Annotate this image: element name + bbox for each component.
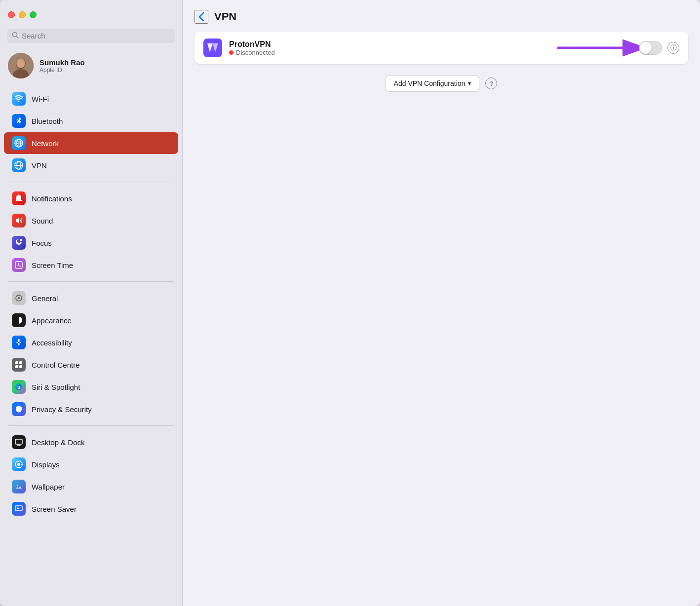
- sidebar-item-general[interactable]: General: [4, 287, 178, 309]
- toggle-track: [639, 41, 662, 55]
- svg-point-6: [17, 59, 25, 68]
- titlebar: [0, 0, 182, 26]
- traffic-lights: [8, 11, 37, 18]
- bluetooth-icon: [12, 114, 26, 128]
- sidebar-item-label: Appearance: [32, 316, 72, 325]
- general-icon: [12, 291, 26, 305]
- vpn-info-button[interactable]: ⓘ: [667, 42, 679, 54]
- screensaver-icon: [12, 502, 26, 516]
- sidebar-item-label: VPN: [32, 161, 47, 170]
- user-info: Sumukh Rao Apple ID: [39, 58, 85, 74]
- privacy-icon: [12, 402, 26, 416]
- sidebar: Sumukh Rao Apple ID Wi-Fi: [0, 0, 183, 606]
- sidebar-item-network[interactable]: Network: [4, 132, 178, 154]
- main-content: VPN ProtonVPN Disconn: [183, 0, 700, 606]
- svg-point-30: [17, 463, 20, 466]
- wifi-icon: [12, 92, 26, 106]
- svg-rect-20: [15, 361, 18, 364]
- divider-2: [8, 281, 174, 282]
- sidebar-item-label: Privacy & Security: [32, 405, 92, 414]
- page-title: VPN: [214, 10, 236, 23]
- sidebar-item-label: Network: [32, 139, 59, 148]
- sidebar-item-desktop[interactable]: Desktop & Dock: [4, 431, 178, 453]
- avatar: [8, 53, 34, 78]
- svg-text:S: S: [17, 385, 20, 390]
- vpn-info: ProtonVPN Disconnected: [229, 40, 451, 56]
- divider-3: [8, 425, 174, 426]
- user-subtitle: Apple ID: [39, 67, 85, 74]
- back-button[interactable]: [194, 10, 208, 24]
- sidebar-item-label: Screen Time: [32, 261, 73, 269]
- svg-line-1: [17, 37, 19, 38]
- sidebar-item-wifi[interactable]: Wi-Fi: [4, 88, 178, 110]
- display-section: Desktop & Dock Displays: [0, 429, 182, 522]
- sidebar-item-label: Wallpaper: [32, 483, 65, 491]
- sidebar-item-privacy[interactable]: Privacy & Security: [4, 398, 178, 420]
- vpn-name: ProtonVPN: [229, 40, 451, 49]
- user-name: Sumukh Rao: [39, 58, 85, 67]
- controlcentre-icon: [12, 358, 26, 372]
- search-icon: [12, 32, 19, 40]
- sidebar-item-controlcentre[interactable]: Control Centre: [4, 354, 178, 376]
- svg-point-19: [18, 339, 20, 341]
- sidebar-item-label: Bluetooth: [32, 117, 63, 125]
- sidebar-item-label: General: [32, 294, 58, 303]
- screentime-icon: [12, 258, 26, 272]
- sidebar-item-label: Notifications: [32, 194, 72, 203]
- sound-icon: [12, 214, 26, 227]
- add-vpn-row: Add VPN Configuration ▾ ?: [183, 75, 700, 92]
- svg-rect-28: [17, 446, 21, 446]
- sidebar-item-label: Screen Saver: [32, 505, 77, 513]
- avatar-image: [8, 53, 34, 78]
- sidebar-item-siri[interactable]: S Siri & Spotlight: [4, 376, 178, 398]
- vpn-card: ProtonVPN Disconnected: [194, 32, 688, 64]
- minimize-button[interactable]: [19, 11, 26, 18]
- sidebar-item-label: Focus: [32, 239, 52, 247]
- sidebar-item-vpn[interactable]: VPN: [4, 154, 178, 176]
- sidebar-item-appearance[interactable]: Appearance: [4, 309, 178, 331]
- help-button[interactable]: ?: [485, 77, 497, 89]
- main-header: VPN: [183, 0, 700, 32]
- vpn-toggle[interactable]: [639, 41, 662, 55]
- divider-1: [8, 182, 174, 182]
- sidebar-item-sound[interactable]: Sound: [4, 210, 178, 231]
- siri-icon: S: [12, 380, 26, 394]
- svg-point-36: [17, 485, 18, 487]
- sidebar-item-notifications[interactable]: Notifications: [4, 188, 178, 209]
- network-icon: [12, 136, 26, 150]
- svg-rect-23: [19, 365, 22, 368]
- sidebar-item-focus[interactable]: Focus: [4, 232, 178, 254]
- search-input[interactable]: [22, 32, 170, 40]
- displays-icon: [12, 457, 26, 471]
- notifications-icon: [12, 191, 26, 205]
- sidebar-item-accessibility[interactable]: Accessibility: [4, 332, 178, 353]
- dropdown-arrow-icon: ▾: [468, 80, 471, 87]
- svg-point-17: [18, 297, 20, 299]
- sidebar-item-bluetooth[interactable]: Bluetooth: [4, 110, 178, 132]
- sidebar-item-label: Wi-Fi: [32, 95, 49, 103]
- accessibility-icon: [12, 336, 26, 349]
- user-profile[interactable]: Sumukh Rao Apple ID: [0, 48, 182, 85]
- sidebar-item-label: Control Centre: [32, 361, 80, 369]
- svg-rect-26: [15, 439, 22, 444]
- sidebar-item-wallpaper[interactable]: Wallpaper: [4, 476, 178, 497]
- search-bar[interactable]: [7, 29, 175, 43]
- status-dot-disconnected: [229, 50, 233, 55]
- sidebar-item-screensaver[interactable]: Screen Saver: [4, 498, 178, 520]
- wallpaper-icon: [12, 480, 26, 493]
- maximize-button[interactable]: [30, 11, 37, 18]
- svg-point-35: [15, 483, 22, 490]
- sidebar-item-label: Accessibility: [32, 339, 72, 347]
- vpn-controls: ⓘ: [458, 41, 679, 55]
- network-section: Wi-Fi Bluetooth: [0, 85, 182, 179]
- close-button[interactable]: [8, 11, 15, 18]
- preferences-section: General Appearance Acc: [0, 285, 182, 422]
- sidebar-item-screentime[interactable]: Screen Time: [4, 254, 178, 276]
- svg-rect-22: [15, 365, 18, 368]
- sidebar-item-label: Displays: [32, 460, 60, 469]
- sidebar-item-displays[interactable]: Displays: [4, 454, 178, 475]
- toggle-thumb: [640, 42, 652, 54]
- desktop-icon: [12, 435, 26, 449]
- add-vpn-button[interactable]: Add VPN Configuration ▾: [386, 75, 480, 92]
- focus-icon: [12, 236, 26, 250]
